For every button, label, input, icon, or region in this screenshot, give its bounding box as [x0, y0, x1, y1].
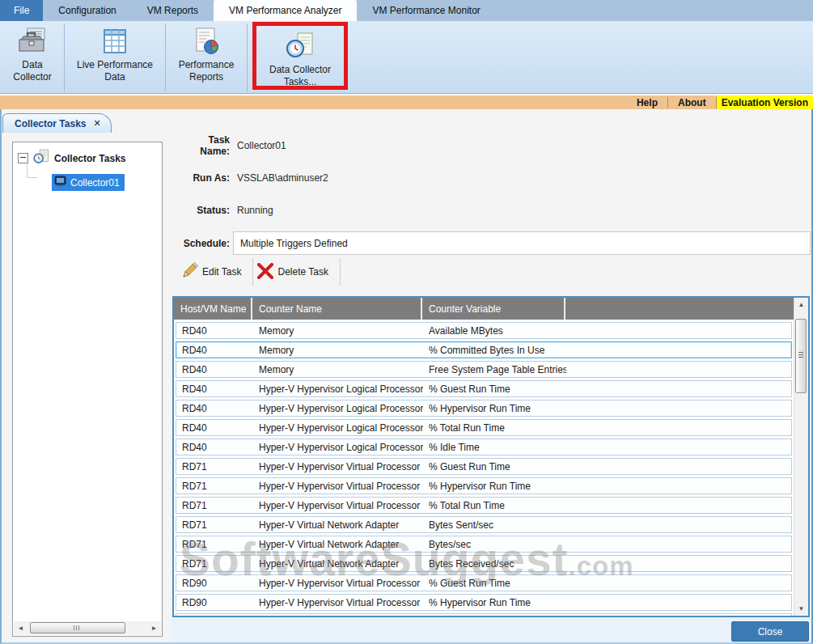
collector-tasks-doc-tab[interactable]: Collector Tasks ✕: [2, 113, 112, 133]
table-row[interactable]: RD71Hyper-V Virtual Network AdapterBytes…: [176, 555, 792, 572]
scroll-left-icon[interactable]: ◄: [14, 621, 28, 635]
tree-node-selection[interactable]: Collector01: [52, 174, 125, 191]
table-cell: RD71: [176, 481, 253, 492]
ribbon-separator: [247, 23, 248, 91]
table-cell: Bytes Received/sec: [423, 558, 566, 570]
tab-vm-performance-monitor[interactable]: VM Performance Monitor: [357, 0, 495, 21]
table-cell: RD40: [176, 345, 253, 356]
scrollbar-track[interactable]: [28, 621, 147, 635]
table-cell: Memory: [253, 364, 423, 375]
table-row[interactable]: RD90Hyper-V Hypervisor Virtual Processor…: [176, 574, 792, 591]
header-host-vm-name[interactable]: Host/VM Name: [174, 298, 252, 320]
table-cell: Hyper-V Hypervisor Virtual Processor: [253, 461, 423, 472]
spreadsheet-icon: [101, 25, 129, 57]
table-row[interactable]: RD40Hyper-V Hypervisor Logical Processor…: [176, 439, 792, 455]
expander-minus-icon[interactable]: [18, 153, 28, 163]
table-cell: RD40: [176, 383, 253, 395]
scroll-right-icon[interactable]: ►: [147, 621, 161, 635]
tab-vm-performance-analyzer[interactable]: VM Performance Analyzer: [214, 0, 357, 21]
table-cell: Hyper-V Hypervisor Virtual Processor: [253, 500, 423, 511]
toolbar-separator: [340, 258, 341, 286]
table-cell: Hyper-V Virtual Network Adapter: [253, 519, 423, 531]
header-empty[interactable]: [565, 298, 794, 320]
report-pie-icon: [193, 25, 220, 57]
red-highlight-box: Data Collector Tasks...: [252, 22, 348, 90]
status-field: Status: Running: [178, 204, 273, 217]
table-cell: Memory: [253, 325, 423, 337]
about-link[interactable]: About: [668, 97, 716, 108]
table-cell: Hyper-V Hypervisor Virtual Processor: [253, 597, 423, 608]
table-cell: % Guest Run Time: [423, 578, 566, 589]
task-toolbar: Edit Task Delete Task: [178, 257, 342, 286]
data-collector-button[interactable]: Data Collector: [2, 21, 62, 85]
table-row[interactable]: RD40MemoryFree System Page Table Entries: [176, 361, 792, 378]
header-counter-variable[interactable]: Counter Variable: [422, 298, 565, 320]
tab-file-label: File: [14, 5, 29, 16]
table-cell: Hyper-V Hypervisor Logical Processor: [253, 403, 423, 414]
close-button[interactable]: Close: [731, 621, 809, 642]
table-row[interactable]: RD40Hyper-V Hypervisor Logical Processor…: [176, 380, 792, 397]
scroll-up-icon[interactable]: ▲: [794, 298, 808, 311]
tree-child-label: Collector01: [70, 177, 120, 189]
tree-root-label: Collector Tasks: [54, 153, 125, 164]
header-counter-name[interactable]: Counter Name: [252, 298, 422, 320]
edit-task-label: Edit Task: [202, 266, 241, 278]
table-cell: Hyper-V Virtual Network Adapter: [253, 558, 423, 570]
tree-node-collector01[interactable]: Collector01: [52, 174, 162, 191]
table-row[interactable]: RD40Hyper-V Hypervisor Logical Processor…: [176, 400, 792, 417]
table-row[interactable]: RD40Hyper-V Hypervisor Logical Processor…: [176, 419, 792, 436]
table-cell: Bytes/sec: [423, 539, 566, 550]
tree-horizontal-scrollbar[interactable]: ◄ ►: [14, 621, 161, 635]
edit-task-button[interactable]: Edit Task: [178, 257, 251, 286]
table-vertical-scrollbar[interactable]: ▲ ▼: [794, 298, 808, 616]
scroll-down-icon[interactable]: ▼: [794, 602, 808, 616]
tab-vm-reports[interactable]: VM Reports: [132, 0, 214, 21]
table-cell: Hyper-V Hypervisor Logical Processor: [253, 422, 423, 434]
schedule-field-label-row: Schedule:: [178, 237, 230, 250]
evaluation-version-badge: Evaluation Version: [717, 95, 813, 109]
ribbon-separator: [165, 23, 166, 91]
scrollbar-thumb[interactable]: [795, 319, 807, 393]
run-as-field: Run As: VSSLAB\adminuser2: [178, 172, 328, 184]
collector-node-icon: [54, 176, 67, 189]
tab-configuration[interactable]: Configuration: [43, 0, 131, 21]
tab-file[interactable]: File: [0, 0, 43, 21]
help-link[interactable]: Help: [627, 97, 667, 108]
table-row[interactable]: RD71Hyper-V Hypervisor Virtual Processor…: [176, 477, 792, 494]
close-button-label: Close: [758, 626, 783, 638]
live-performance-data-button[interactable]: Live Performance Data: [66, 21, 163, 85]
table-cell: Hyper-V Hypervisor Logical Processor: [253, 383, 423, 395]
table-cell: Free System Page Table Entries: [423, 364, 566, 375]
table-row[interactable]: RD40MemoryAvailable MBytes: [176, 322, 792, 339]
scrollbar-thumb[interactable]: [30, 622, 125, 633]
table-cell: Memory: [253, 345, 423, 356]
table-cell: RD40: [176, 403, 253, 414]
table-row[interactable]: RD90Hyper-V Hypervisor Virtual Processor…: [176, 594, 792, 611]
delete-task-button[interactable]: Delete Task: [255, 257, 337, 286]
tree-connector-line: [27, 164, 37, 178]
table-row[interactable]: RD71Hyper-V Virtual Network AdapterBytes…: [176, 516, 792, 533]
run-as-value: VSSLAB\adminuser2: [237, 172, 328, 184]
info-bar: Help About Evaluation Version: [0, 95, 813, 109]
tab-vm-performance-monitor-label: VM Performance Monitor: [372, 5, 480, 16]
doc-tab-close-icon[interactable]: ✕: [93, 118, 100, 129]
table-row[interactable]: RD71Hyper-V Virtual Network AdapterBytes…: [176, 536, 792, 553]
table-cell: RD71: [176, 539, 253, 550]
tab-vm-reports-label: VM Reports: [147, 5, 198, 16]
pencil-icon: [180, 261, 199, 283]
table-row[interactable]: RD40Memory% Committed Bytes In Use: [176, 341, 792, 358]
task-name-label: Task Name:: [178, 134, 230, 157]
counters-table-main: Host/VM Name Counter Name Counter Variab…: [174, 298, 794, 616]
data-collector-tasks-label: Data Collector Tasks...: [260, 64, 341, 88]
table-cell: % Guest Run Time: [423, 383, 566, 395]
table-cell: % Idle Time: [423, 442, 566, 453]
status-label: Status:: [178, 205, 230, 216]
schedule-input[interactable]: [233, 231, 811, 255]
table-cell: RD40: [176, 422, 253, 434]
table-cell: % Hypervisor Run Time: [423, 481, 566, 492]
live-performance-data-label: Live Performance Data: [70, 59, 160, 83]
table-row[interactable]: RD71Hyper-V Hypervisor Virtual Processor…: [176, 458, 792, 475]
performance-reports-button[interactable]: Performance Reports: [167, 21, 245, 85]
data-collector-tasks-button[interactable]: Data Collector Tasks...: [256, 26, 344, 90]
table-row[interactable]: RD71Hyper-V Hypervisor Virtual Processor…: [176, 497, 792, 514]
